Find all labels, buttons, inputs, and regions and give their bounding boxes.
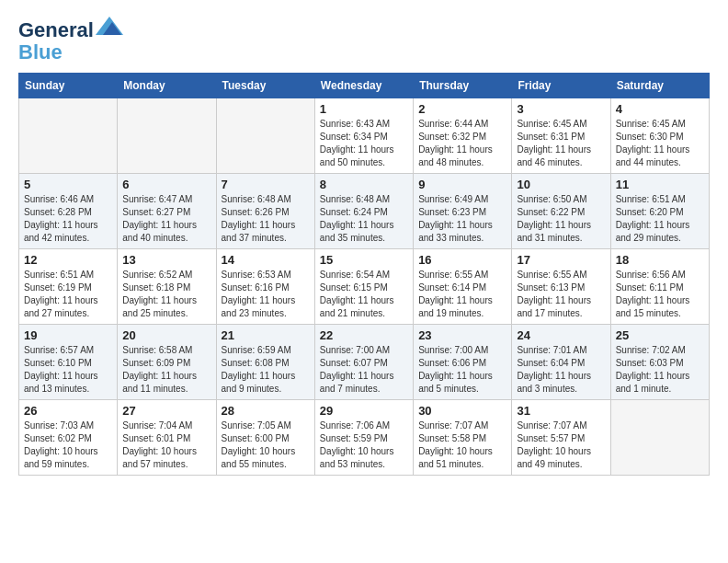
day-number: 9 (418, 178, 506, 191)
day-number: 11 (616, 178, 704, 191)
day-info: Sunrise: 7:00 AM Sunset: 6:06 PM Dayligh… (418, 344, 506, 396)
weekday-header-sunday: Sunday (19, 74, 118, 98)
calendar-cell: 27Sunrise: 7:04 AM Sunset: 6:01 PM Dayli… (118, 400, 216, 476)
calendar-cell: 11Sunrise: 6:51 AM Sunset: 6:20 PM Dayli… (610, 174, 709, 249)
logo: General Blue (18, 18, 123, 63)
calendar-cell: 18Sunrise: 6:56 AM Sunset: 6:11 PM Dayli… (610, 249, 709, 325)
weekday-header-thursday: Thursday (414, 74, 512, 98)
calendar-table: SundayMondayTuesdayWednesdayThursdayFrid… (18, 73, 710, 476)
calendar-cell: 31Sunrise: 7:07 AM Sunset: 5:57 PM Dayli… (512, 400, 610, 476)
day-info: Sunrise: 6:52 AM Sunset: 6:18 PM Dayligh… (122, 269, 210, 320)
calendar-cell (118, 98, 216, 174)
calendar-cell: 17Sunrise: 6:55 AM Sunset: 6:13 PM Dayli… (512, 249, 610, 325)
calendar-cell: 9Sunrise: 6:49 AM Sunset: 6:23 PM Daylig… (414, 174, 512, 249)
weekday-header-friday: Friday (512, 74, 610, 98)
day-info: Sunrise: 6:48 AM Sunset: 6:24 PM Dayligh… (320, 193, 408, 245)
calendar-body: 1Sunrise: 6:43 AM Sunset: 6:34 PM Daylig… (19, 98, 710, 476)
day-number: 14 (222, 253, 310, 267)
calendar-cell (216, 98, 314, 174)
calendar-cell: 4Sunrise: 6:45 AM Sunset: 6:30 PM Daylig… (610, 98, 709, 174)
calendar-cell: 3Sunrise: 6:45 AM Sunset: 6:31 PM Daylig… (512, 98, 610, 174)
calendar-cell: 30Sunrise: 7:07 AM Sunset: 5:58 PM Dayli… (414, 400, 512, 476)
day-info: Sunrise: 7:07 AM Sunset: 5:58 PM Dayligh… (418, 419, 506, 471)
day-number: 21 (222, 328, 310, 342)
day-number: 18 (616, 253, 704, 267)
calendar-cell: 14Sunrise: 6:53 AM Sunset: 6:16 PM Dayli… (216, 249, 314, 325)
day-number: 3 (517, 102, 605, 116)
day-info: Sunrise: 6:55 AM Sunset: 6:13 PM Dayligh… (517, 269, 605, 320)
day-number: 25 (616, 328, 704, 342)
day-info: Sunrise: 7:05 AM Sunset: 6:00 PM Dayligh… (222, 419, 310, 471)
calendar-week-1: 1Sunrise: 6:43 AM Sunset: 6:34 PM Daylig… (19, 98, 710, 174)
day-number: 30 (418, 404, 506, 418)
day-number: 26 (24, 404, 112, 418)
day-info: Sunrise: 7:00 AM Sunset: 6:07 PM Dayligh… (320, 344, 408, 396)
day-info: Sunrise: 6:44 AM Sunset: 6:32 PM Dayligh… (418, 118, 506, 169)
day-number: 22 (320, 328, 408, 342)
calendar-header-row: SundayMondayTuesdayWednesdayThursdayFrid… (19, 74, 710, 98)
day-number: 13 (122, 253, 210, 267)
day-info: Sunrise: 6:51 AM Sunset: 6:19 PM Dayligh… (24, 269, 112, 320)
weekday-header-monday: Monday (118, 74, 216, 98)
day-number: 17 (517, 253, 605, 267)
calendar-cell: 2Sunrise: 6:44 AM Sunset: 6:32 PM Daylig… (414, 98, 512, 174)
day-number: 12 (24, 253, 112, 267)
day-info: Sunrise: 6:45 AM Sunset: 6:30 PM Dayligh… (616, 118, 704, 169)
day-info: Sunrise: 6:51 AM Sunset: 6:20 PM Dayligh… (616, 193, 704, 245)
page-header: General Blue (18, 18, 710, 63)
day-number: 27 (122, 404, 210, 418)
calendar-cell (610, 400, 709, 476)
calendar-cell: 20Sunrise: 6:58 AM Sunset: 6:09 PM Dayli… (118, 325, 216, 400)
calendar-cell: 6Sunrise: 6:47 AM Sunset: 6:27 PM Daylig… (118, 174, 216, 249)
day-info: Sunrise: 7:07 AM Sunset: 5:57 PM Dayligh… (517, 419, 605, 471)
day-info: Sunrise: 6:53 AM Sunset: 6:16 PM Dayligh… (222, 269, 310, 320)
calendar-cell (19, 98, 118, 174)
calendar-week-5: 26Sunrise: 7:03 AM Sunset: 6:02 PM Dayli… (19, 400, 710, 476)
day-number: 16 (418, 253, 506, 267)
day-info: Sunrise: 7:03 AM Sunset: 6:02 PM Dayligh… (24, 419, 112, 471)
weekday-header-tuesday: Tuesday (216, 74, 314, 98)
calendar-cell: 5Sunrise: 6:46 AM Sunset: 6:28 PM Daylig… (19, 174, 118, 249)
calendar-week-4: 19Sunrise: 6:57 AM Sunset: 6:10 PM Dayli… (19, 325, 710, 400)
day-number: 28 (222, 404, 310, 418)
calendar-cell: 1Sunrise: 6:43 AM Sunset: 6:34 PM Daylig… (314, 98, 413, 174)
day-number: 23 (418, 328, 506, 342)
day-info: Sunrise: 6:48 AM Sunset: 6:26 PM Dayligh… (222, 193, 310, 245)
logo-icon (96, 15, 123, 37)
day-number: 8 (320, 178, 408, 191)
day-number: 2 (418, 102, 506, 116)
day-number: 10 (517, 178, 605, 191)
day-info: Sunrise: 6:47 AM Sunset: 6:27 PM Dayligh… (122, 193, 210, 245)
day-info: Sunrise: 6:54 AM Sunset: 6:15 PM Dayligh… (320, 269, 408, 320)
day-info: Sunrise: 6:49 AM Sunset: 6:23 PM Dayligh… (418, 193, 506, 245)
day-info: Sunrise: 7:01 AM Sunset: 6:04 PM Dayligh… (517, 344, 605, 396)
day-info: Sunrise: 6:55 AM Sunset: 6:14 PM Dayligh… (418, 269, 506, 320)
calendar-cell: 12Sunrise: 6:51 AM Sunset: 6:19 PM Dayli… (19, 249, 118, 325)
day-number: 4 (616, 102, 704, 116)
calendar-cell: 8Sunrise: 6:48 AM Sunset: 6:24 PM Daylig… (314, 174, 413, 249)
day-number: 20 (122, 328, 210, 342)
day-number: 6 (122, 178, 210, 191)
day-info: Sunrise: 6:59 AM Sunset: 6:08 PM Dayligh… (222, 344, 310, 396)
calendar-cell: 24Sunrise: 7:01 AM Sunset: 6:04 PM Dayli… (512, 325, 610, 400)
day-number: 29 (320, 404, 408, 418)
day-number: 1 (320, 102, 408, 116)
calendar-cell: 7Sunrise: 6:48 AM Sunset: 6:26 PM Daylig… (216, 174, 314, 249)
calendar-cell: 25Sunrise: 7:02 AM Sunset: 6:03 PM Dayli… (610, 325, 709, 400)
day-info: Sunrise: 6:50 AM Sunset: 6:22 PM Dayligh… (517, 193, 605, 245)
calendar-cell: 13Sunrise: 6:52 AM Sunset: 6:18 PM Dayli… (118, 249, 216, 325)
day-number: 31 (517, 404, 605, 418)
day-info: Sunrise: 7:02 AM Sunset: 6:03 PM Dayligh… (616, 344, 704, 396)
calendar-cell: 22Sunrise: 7:00 AM Sunset: 6:07 PM Dayli… (314, 325, 413, 400)
day-number: 24 (517, 328, 605, 342)
day-number: 7 (222, 178, 310, 191)
calendar-cell: 28Sunrise: 7:05 AM Sunset: 6:00 PM Dayli… (216, 400, 314, 476)
day-info: Sunrise: 6:45 AM Sunset: 6:31 PM Dayligh… (517, 118, 605, 169)
logo-text: General Blue (18, 18, 123, 63)
calendar-cell: 10Sunrise: 6:50 AM Sunset: 6:22 PM Dayli… (512, 174, 610, 249)
calendar-week-2: 5Sunrise: 6:46 AM Sunset: 6:28 PM Daylig… (19, 174, 710, 249)
weekday-header-saturday: Saturday (610, 74, 709, 98)
calendar-week-3: 12Sunrise: 6:51 AM Sunset: 6:19 PM Dayli… (19, 249, 710, 325)
calendar-cell: 23Sunrise: 7:00 AM Sunset: 6:06 PM Dayli… (414, 325, 512, 400)
day-info: Sunrise: 6:46 AM Sunset: 6:28 PM Dayligh… (24, 193, 112, 245)
